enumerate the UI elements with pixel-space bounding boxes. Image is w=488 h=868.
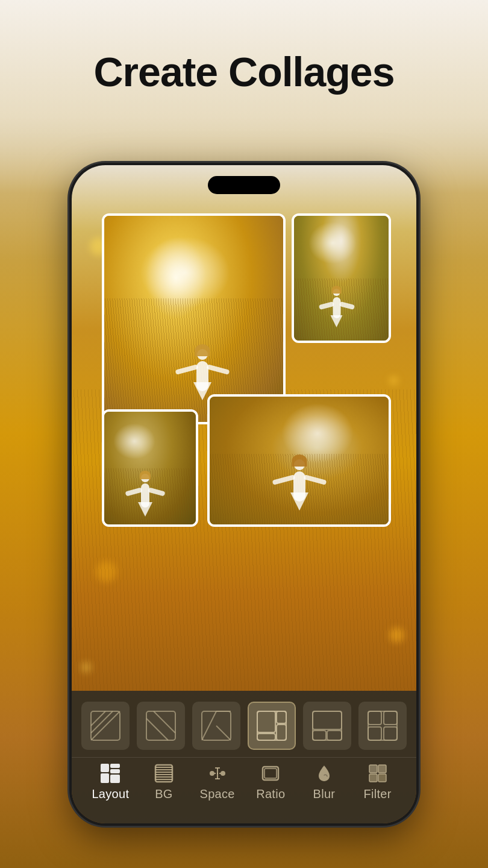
collage-cell-2[interactable] [292, 213, 391, 343]
layout-thumb-3-icon [201, 710, 232, 741]
hair-2 [332, 286, 342, 294]
svg-rect-45 [369, 765, 377, 773]
svg-point-38 [221, 771, 225, 776]
blur-label: Blur [313, 787, 336, 801]
svg-rect-44 [264, 769, 277, 778]
nav-item-blur[interactable]: Blur [303, 763, 345, 801]
layout-thumb-5[interactable] [303, 702, 351, 750]
hair-3 [292, 454, 307, 467]
svg-rect-17 [313, 711, 342, 729]
layout-thumbnails-row [72, 691, 416, 757]
nav-item-layout[interactable]: Layout [89, 763, 131, 801]
cell-4-glow [113, 423, 155, 459]
nav-item-space[interactable]: Space [196, 763, 239, 801]
layout-label: Layout [92, 787, 129, 801]
nav-item-filter[interactable]: Filter [357, 763, 399, 801]
space-icon [207, 763, 228, 784]
cell-photo-1 [104, 216, 283, 422]
svg-rect-47 [369, 774, 377, 782]
svg-rect-13 [277, 711, 286, 723]
bg-label: BG [155, 787, 173, 801]
svg-rect-25 [101, 764, 109, 772]
layout-thumb-4[interactable] [248, 702, 296, 750]
svg-rect-48 [378, 774, 386, 782]
svg-rect-18 [313, 731, 326, 740]
svg-rect-26 [110, 764, 120, 768]
dress-4 [138, 502, 152, 517]
svg-rect-4 [146, 711, 175, 740]
phone-notch [208, 176, 280, 194]
cell-photo-4 [104, 412, 196, 524]
bottom-navigation: Layout BG [72, 757, 416, 812]
space-label: Space [200, 787, 235, 801]
nav-item-bg[interactable]: BG [143, 763, 185, 801]
filter-icon [367, 763, 389, 784]
body-3 [293, 471, 305, 502]
collage-cell-3[interactable] [207, 394, 391, 527]
svg-line-9 [216, 726, 231, 740]
body-1 [196, 361, 208, 391]
collage-area [102, 213, 391, 527]
dress-2 [331, 315, 343, 327]
layout-icon [99, 763, 121, 784]
cell-2-grass [294, 278, 389, 341]
blur-icon [313, 763, 335, 784]
body-4 [141, 483, 149, 508]
phone-screen: Layout BG [72, 165, 416, 823]
phone-frame: Layout BG [69, 163, 419, 826]
collage-cell-1[interactable] [102, 213, 286, 424]
svg-rect-46 [378, 765, 386, 773]
svg-rect-20 [368, 711, 397, 740]
svg-rect-14 [277, 725, 286, 740]
svg-line-3 [91, 711, 105, 726]
layout-thumb-6[interactable] [358, 702, 407, 750]
collage-cell-4[interactable] [102, 409, 198, 527]
toolbar-strip: Layout BG [72, 691, 416, 823]
filter-label: Filter [363, 787, 391, 801]
layout-thumb-2-icon [145, 710, 177, 741]
body-2 [333, 297, 340, 318]
layout-thumb-2[interactable] [137, 702, 185, 750]
cell-photo-2 [294, 216, 389, 341]
svg-line-2 [91, 711, 120, 740]
svg-rect-12 [257, 711, 275, 732]
svg-rect-22 [384, 711, 397, 725]
layout-thumb-5-icon [311, 710, 343, 741]
svg-line-8 [202, 711, 216, 740]
svg-point-37 [210, 771, 214, 776]
page-title: Create Collages [0, 48, 488, 95]
ratio-icon-svg [260, 763, 281, 784]
person-figure-3 [293, 459, 305, 502]
person-figure-4 [141, 474, 149, 508]
filter-icon-svg [368, 763, 388, 784]
bg-icon-svg [154, 763, 174, 784]
layout-thumb-3[interactable] [192, 702, 240, 750]
svg-rect-24 [384, 727, 397, 740]
svg-rect-11 [257, 711, 286, 740]
svg-rect-19 [327, 731, 342, 740]
svg-rect-23 [368, 727, 381, 740]
svg-rect-15 [257, 734, 275, 740]
ratio-icon [260, 763, 281, 784]
layout-thumb-1-icon [90, 710, 121, 741]
svg-rect-27 [110, 769, 120, 773]
space-icon-svg [207, 763, 228, 784]
cell-2-glow [308, 222, 357, 264]
hair-4 [140, 471, 151, 479]
dress-3 [290, 492, 308, 511]
bg-icon [153, 763, 175, 784]
nav-item-ratio[interactable]: Ratio [249, 763, 292, 801]
hair-1 [195, 344, 210, 356]
svg-rect-29 [110, 775, 120, 783]
layout-thumb-4-icon [256, 710, 287, 741]
collage-grid [102, 213, 391, 527]
cell-photo-3 [210, 397, 389, 524]
layout-thumb-1[interactable] [81, 702, 130, 750]
ratio-label: Ratio [256, 787, 285, 801]
person-figure-1 [196, 349, 208, 391]
layout-thumb-6-icon [367, 710, 398, 741]
svg-rect-28 [101, 773, 109, 783]
layout-icon-svg [100, 763, 120, 784]
svg-rect-21 [368, 711, 381, 725]
person-figure-2 [333, 289, 340, 318]
